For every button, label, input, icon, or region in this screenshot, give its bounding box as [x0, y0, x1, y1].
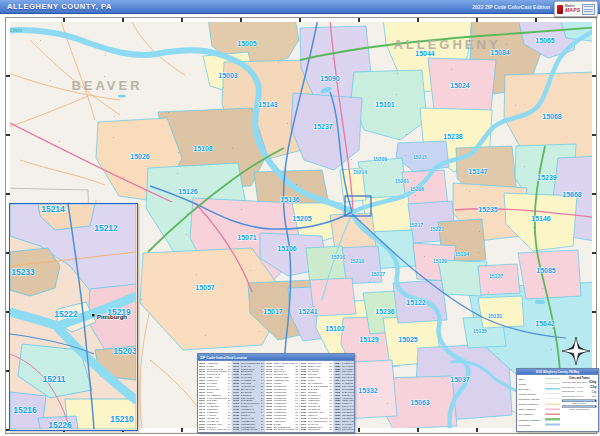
legend-swatch-sw-toll	[545, 423, 560, 425]
zip-label: 15239	[537, 174, 557, 181]
pittsburgh-city-dot	[92, 314, 94, 316]
zip-label: 15068	[542, 113, 562, 120]
zip-label: 15102	[325, 325, 345, 332]
zip-label: 15122	[406, 299, 426, 306]
downtown-inset: 1521415212152331522215219152031521115216…	[9, 203, 138, 431]
zip-label: 15044	[415, 50, 435, 57]
zip-label: 15057	[195, 284, 215, 291]
zip-label: 15063	[410, 399, 430, 406]
inset-zip-label: 15233	[11, 267, 35, 277]
zip-label: 15136	[280, 196, 300, 203]
inset-zip-label: 15226	[48, 420, 72, 429]
legend-swatch-sw-chw	[545, 403, 560, 405]
zip-label: 15147	[468, 168, 488, 175]
zip-label: 15215	[413, 154, 427, 160]
inset-zip-label: 15222	[54, 309, 78, 319]
zip-index-row: 15082STURGEONB3	[300, 428, 332, 431]
legend-swatch-sw-uhw	[545, 413, 560, 415]
legend-swatch-sw-ihw	[545, 418, 560, 420]
zip-index-row: 15136MCKEES ROCKSB3	[233, 428, 264, 431]
zip-label: 15221	[430, 226, 444, 232]
legend-swatch-sw-zip	[545, 388, 560, 390]
zip-label: 15235	[478, 206, 498, 213]
title-bar: ALLEGHENY COUNTY, PA 2022 ZIP Code Color…	[0, 0, 600, 14]
zip-label: 15241	[298, 308, 318, 315]
edition-label: 2022 ZIP Code ColorCast Edition	[472, 4, 550, 10]
map-poster: { "header": { "title": "ALLEGHENY COUNTY…	[0, 0, 600, 436]
zip-label: 15005	[237, 40, 257, 47]
zip-label: 15135	[473, 328, 487, 334]
legend-line-symbols: StateCountyZIP CodePrimary StreetsSecond…	[519, 376, 560, 427]
zip-label: 15024	[450, 82, 470, 89]
zip-label: 15206	[410, 186, 424, 192]
legend-swatch-sw-state	[545, 378, 560, 379]
inset-zip-label: 15214	[41, 204, 65, 214]
zip-label: 15129	[359, 336, 379, 343]
zip-label: 15642	[535, 320, 555, 327]
legend-swatch-sw-sec	[545, 399, 560, 400]
legend-swatch-sw-shw	[545, 408, 560, 410]
zip-index-row: 15015BRADFORD WOODSC2	[266, 428, 298, 431]
zip-label: 15065	[535, 37, 555, 44]
zip-index-column: 15084TARENTUME115085TRAFFORDE415086WARRE…	[334, 361, 354, 433]
logo-word2: MAPS	[565, 8, 580, 13]
zip-index-column: 15137NORTH VERSAILLESE415139OAKMONTE2151…	[265, 361, 299, 433]
zip-label: 15668	[562, 191, 582, 198]
legend: 2022 Allegheny County, PA Map StateCount…	[516, 368, 599, 432]
scale-bar: Scale in Kilometers	[562, 405, 597, 410]
zip-label: 15101	[375, 101, 395, 108]
zip-label: 15120	[433, 258, 447, 264]
zip-index-column: 15003AMBRIDGEC115005BADENB115014BRACKENR…	[198, 361, 232, 433]
zip-label: 15025	[398, 336, 418, 343]
zip-label: 15017	[263, 308, 283, 315]
zip-label: 15210	[350, 258, 364, 264]
zip-label: 15332	[358, 387, 378, 394]
zip-label: 15104	[455, 251, 469, 257]
legend-swatch-sw-pri	[545, 393, 560, 394]
zip-label: 15003	[218, 72, 238, 79]
zip-index-body: 15003AMBRIDGEC115005BADENB115014BRACKENR…	[198, 361, 354, 433]
scale-bar: Scale in Miles	[562, 400, 597, 405]
zip-index-column: 15017BRIDGEVILLEB415018BUENA VISTAE51502…	[299, 361, 333, 433]
zip-label: 15026	[130, 153, 150, 160]
county-label: BEAVER	[71, 78, 142, 93]
zip-label: 15237	[313, 123, 333, 130]
zip-label: 15090	[320, 75, 340, 82]
river-label: Ohio	[10, 27, 22, 33]
zip-label: 15217	[409, 222, 423, 228]
zip-label: 15238	[443, 133, 463, 140]
logo-panel-icon	[582, 4, 595, 15]
zip-label: 15205	[292, 215, 312, 222]
zip-label: 15146	[531, 215, 551, 222]
inset-zip-label: 15211	[42, 374, 65, 384]
legend-row: Toll Roads	[519, 422, 560, 427]
zip-label: 15227	[371, 271, 385, 277]
legend-cities: Cities and Towns Cities 100,000 and Abov…	[562, 376, 597, 427]
zip-label: 15084	[490, 49, 510, 56]
zip-label: 15201	[395, 178, 409, 184]
zip-label: 15143	[258, 101, 278, 108]
logo-mark-icon	[557, 5, 563, 14]
zip-index-row: 15143SEWICKLEYB2	[335, 428, 354, 431]
zip-label: 15085	[536, 267, 556, 274]
inset-zip-label: 15212	[94, 223, 118, 233]
zip-label: 15131	[488, 313, 502, 319]
county-label: ALLEGHENY	[393, 37, 500, 52]
zip-index-row: 15065NATRONA HEIGHTSE1	[199, 428, 231, 431]
zip-label: 15037	[450, 376, 470, 383]
legend-swatch-sw-county	[545, 383, 560, 384]
inset-zip-label: 15210	[110, 414, 134, 424]
zip-label: 15108	[193, 145, 213, 152]
zip-label: 15137	[489, 273, 503, 279]
top-ruler	[6, 18, 596, 22]
zip-index-table: ZIP Code Index/Grid Locator 15003AMBRIDG…	[197, 353, 355, 433]
inset-zip-label: 15216	[13, 405, 37, 415]
zip-label: 15236	[375, 308, 395, 315]
pittsburgh-city-label: Pittsburgh	[97, 314, 127, 320]
zip-index-title: ZIP Code Index/Grid Locator	[198, 354, 354, 361]
zip-label: 15071	[237, 234, 257, 241]
zip-label: 15126	[178, 188, 198, 195]
page-title: ALLEGHENY COUNTY, PA	[7, 2, 112, 11]
zip-index-column: 15068NEW KENSINGTONE215071OAKDALEB315076…	[232, 361, 265, 433]
marketmaps-logo: Market MAPS	[554, 1, 598, 17]
